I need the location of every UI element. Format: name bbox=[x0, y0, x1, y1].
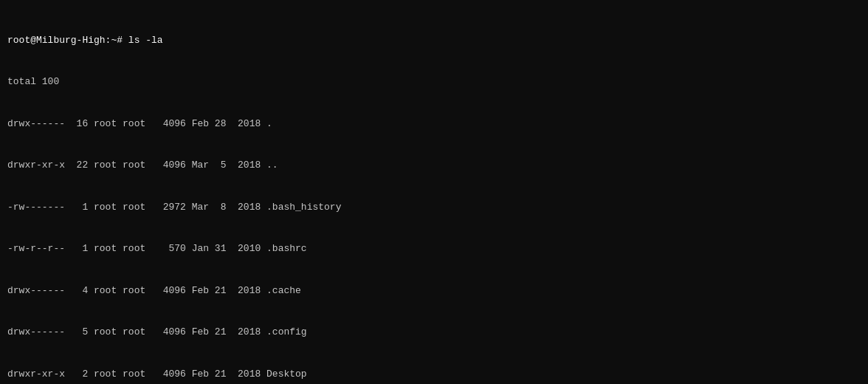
terminal-line-1: total 100 bbox=[7, 75, 861, 89]
terminal-line-2: drwx------ 16 root root 4096 Feb 28 2018… bbox=[7, 117, 861, 131]
terminal-line-6: drwx------ 4 root root 4096 Feb 21 2018 … bbox=[7, 284, 861, 298]
prompt-0: root@Milburg-High:~# ls -la bbox=[7, 35, 163, 46]
terminal-line-7: drwx------ 5 root root 4096 Feb 21 2018 … bbox=[7, 326, 861, 340]
terminal-line-8: drwxr-xr-x 2 root root 4096 Feb 21 2018 … bbox=[7, 368, 861, 382]
terminal-line-5: -rw-r--r-- 1 root root 570 Jan 31 2010 .… bbox=[7, 242, 861, 256]
terminal-line-4: -rw------- 1 root root 2972 Mar 8 2018 .… bbox=[7, 201, 861, 215]
terminal-line-3: drwxr-xr-x 22 root root 4096 Mar 5 2018 … bbox=[7, 159, 861, 173]
terminal-line-0: root@Milburg-High:~# ls -la bbox=[7, 34, 861, 48]
terminal-window[interactable]: root@Milburg-High:~# ls -la total 100 dr… bbox=[0, 0, 868, 384]
